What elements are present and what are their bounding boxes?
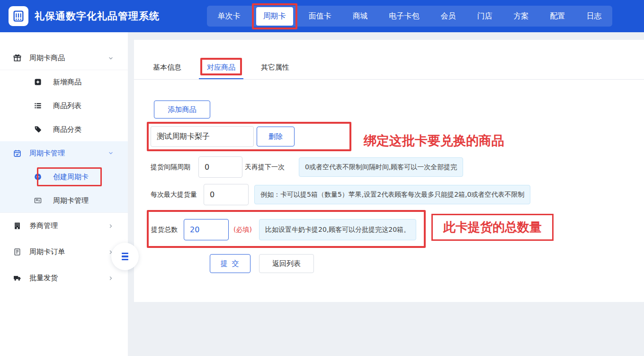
interval-suffix: 天再提下一次 [245, 163, 292, 172]
product-name-input[interactable] [151, 126, 254, 147]
tag-icon [34, 126, 42, 133]
tab-label: 基本信息 [153, 63, 181, 72]
sidebar-item-product-category[interactable]: 商品分类 [0, 118, 128, 141]
sidebar-item-label: 周期卡订单 [29, 247, 65, 256]
tab-linked-products[interactable]: 对应商品 [199, 63, 243, 79]
back-to-list-button[interactable]: 返回列表 [259, 254, 314, 273]
sidebar-item-label: 创建周期卡 [53, 173, 89, 182]
sidebar: 周期卡商品 新增商品 商品列表 商品分类 周期卡管理 [0, 32, 128, 356]
total-input[interactable] [184, 219, 229, 240]
sidebar-item-create-period-card[interactable]: 创建周期卡 [0, 165, 128, 189]
nav-item-mall[interactable]: 商城 [347, 7, 374, 26]
card-list-icon [34, 197, 42, 204]
top-nav: 单次卡 周期卡 面值卡 商城 电子卡包 会员 门店 方案 配置 日志 [207, 6, 612, 27]
chevron-right-icon [108, 223, 114, 229]
sidebar-active-group: 周期卡管理 创建周期卡 周期卡管理 [0, 141, 128, 213]
total-hint: 比如设置牛奶卡提20,顾客可以分批提完这20箱。 [259, 219, 416, 240]
bank-icon [13, 222, 21, 230]
app-title: 礼保通数字化礼品管理系统 [35, 9, 160, 23]
max-per-time-label: 每次最大提货量 [151, 191, 204, 199]
sidebar-item-period-card-orders[interactable]: 周期卡订单 [0, 239, 128, 265]
required-tag: (必填) [233, 226, 258, 234]
max-per-time-row: 每次最大提货量 例如：卡可以提5箱（数量5）苹果,设置2代表顾客每次最多只能提2… [151, 184, 530, 205]
max-per-time-hint: 例如：卡可以提5箱（数量5）苹果,设置2代表顾客每次最多只能提2箱,0或者空代表… [254, 185, 530, 204]
sidebar-item-batch-shipping[interactable]: 批量发货 [0, 265, 128, 291]
tabs-row: 基本信息 对应商品 其它属性 [134, 40, 644, 80]
nav-item-ewallet[interactable]: 电子卡包 [384, 7, 425, 26]
building-icon [12, 10, 25, 22]
tab-label: 其它属性 [261, 63, 289, 72]
sidebar-item-period-card-mgmt[interactable]: 周期卡管理 [0, 141, 128, 165]
sidebar-item-label: 周期卡管理 [53, 196, 89, 205]
total-row: 提货总数 (必填) 比如设置牛奶卡提20,顾客可以分批提完这20箱。 [151, 219, 416, 240]
nav-item-log[interactable]: 日志 [581, 7, 608, 26]
form-actions: 提 交 返回列表 [210, 254, 314, 273]
add-product-button[interactable]: 添加商品 [154, 100, 210, 119]
tabs: 基本信息 对应商品 其它属性 [145, 63, 307, 79]
max-per-time-input[interactable] [204, 184, 249, 205]
chevron-right-icon [108, 275, 114, 281]
interval-hint: 0或者空代表不限制间隔时间,顾客可以一次全部提完 [299, 157, 463, 177]
sidebar-item-label: 商品分类 [53, 125, 81, 134]
interval-row: 提货间隔周期 天再提下一次 0或者空代表不限制间隔时间,顾客可以一次全部提完 [151, 156, 463, 178]
delete-product-button[interactable]: 删除 [257, 127, 295, 146]
sidebar-item-label: 券商管理 [29, 221, 58, 230]
total-label: 提货总数 [151, 226, 184, 234]
tab-basic-info[interactable]: 基本信息 [145, 63, 189, 79]
sidebar-item-label: 周期卡商品 [29, 54, 65, 63]
sidebar-item-period-card-mgmt-sub[interactable]: 周期卡管理 [0, 189, 128, 212]
sidebar-item-label: 新增商品 [53, 78, 81, 87]
nav-item-store[interactable]: 门店 [472, 7, 498, 26]
main-panel: 基本信息 对应商品 其它属性 添加商品 删除 提货间隔周期 天再提下一次 0或者… [134, 40, 644, 302]
sidebar-item-label: 商品列表 [53, 101, 81, 110]
sidebar-item-period-goods[interactable]: 周期卡商品 [0, 46, 128, 70]
app-logo [9, 6, 28, 26]
sidebar-item-product-list[interactable]: 商品列表 [0, 94, 128, 118]
truck-icon [13, 274, 21, 282]
nav-item-period-card-label: 周期卡 [263, 11, 286, 20]
plus-square-icon [34, 78, 42, 86]
nav-item-member[interactable]: 会员 [435, 7, 462, 26]
product-row: 删除 [151, 126, 295, 147]
nav-item-plan[interactable]: 方案 [508, 7, 535, 26]
document-icon [13, 248, 21, 256]
sidebar-collapse-toggle[interactable] [111, 243, 139, 270]
tab-other-attrs[interactable]: 其它属性 [253, 63, 297, 79]
calendar-check-icon [13, 149, 21, 157]
submit-button[interactable]: 提 交 [210, 254, 250, 273]
interval-input[interactable] [198, 156, 242, 178]
chevron-down-icon [108, 55, 114, 61]
tab-label: 对应商品 [207, 63, 235, 72]
nav-item-face-value-card[interactable]: 面值卡 [303, 7, 337, 26]
plus-circle-icon [34, 173, 42, 181]
sidebar-item-label: 周期卡管理 [29, 149, 65, 158]
sidebar-item-broker-mgmt[interactable]: 券商管理 [0, 213, 128, 239]
nav-item-single-card[interactable]: 单次卡 [212, 7, 246, 26]
interval-label: 提货间隔周期 [151, 163, 198, 172]
topbar: 礼保通数字化礼品管理系统 单次卡 周期卡 面值卡 商城 电子卡包 会员 门店 方… [0, 0, 644, 32]
sidebar-item-label: 批量发货 [29, 274, 58, 283]
brand: 礼保通数字化礼品管理系统 [9, 6, 160, 26]
nav-item-config[interactable]: 配置 [545, 7, 571, 26]
sidebar-item-add-product[interactable]: 新增商品 [0, 70, 128, 94]
chevron-down-icon [108, 150, 114, 156]
list-icon [34, 102, 42, 110]
tab-label-text: 对应商品 [207, 63, 235, 72]
gift-icon [13, 54, 21, 62]
nav-item-period-card[interactable]: 周期卡 [256, 7, 293, 26]
